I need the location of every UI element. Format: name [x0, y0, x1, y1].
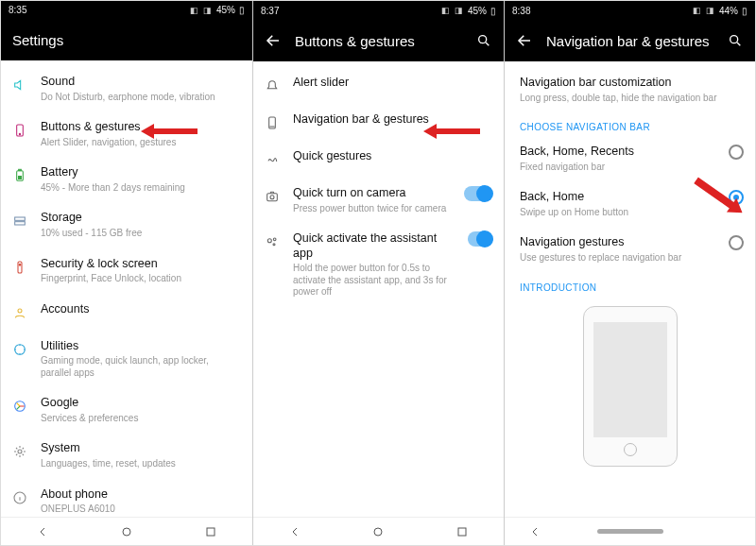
header: Settings: [1, 20, 252, 60]
system-icon: [10, 442, 29, 461]
panel-navbar-gestures: 8:38 ◧ ◨ 44% ▯ Navigation bar & gestures…: [504, 1, 755, 545]
svg-point-21: [270, 196, 274, 199]
row-label: Quick turn on camera: [293, 186, 453, 201]
nav-home-icon[interactable]: [370, 524, 386, 539]
option-label: Back, Home: [520, 190, 708, 205]
nav-back-icon[interactable]: [35, 524, 50, 539]
settings-row-system[interactable]: SystemLanguages, time, reset, updates: [1, 433, 252, 478]
status-time: 8:37: [261, 6, 279, 16]
status-battery: 44%: [719, 6, 738, 16]
gesture-icon: [263, 150, 282, 169]
row-label: Sound: [41, 75, 241, 90]
svg-point-22: [267, 239, 271, 243]
nav-back-icon[interactable]: [287, 524, 302, 539]
row-label: Battery: [41, 165, 241, 180]
camera-icon: [263, 187, 282, 206]
radio[interactable]: [729, 190, 744, 205]
settings-list[interactable]: SoundDo Not Disturb, earphone mode, vibr…: [1, 60, 252, 517]
header: Buttons & gestures: [253, 20, 504, 61]
option-label: Back, Home, Recents: [520, 145, 708, 160]
navbar-gestures-content[interactable]: Navigation bar customization Long press,…: [505, 61, 755, 517]
settings-row-accounts[interactable]: Accounts: [1, 294, 252, 331]
toggle[interactable]: [464, 186, 492, 201]
bg-row-navbar[interactable]: Navigation bar & gestures: [253, 104, 504, 141]
nav-recents-icon[interactable]: [203, 524, 218, 539]
nav-bar: [253, 517, 504, 545]
row-label: Navigation bar & gestures: [293, 112, 492, 128]
status-icons: ◧ ◨: [441, 6, 464, 15]
search-icon[interactable]: [475, 32, 492, 49]
settings-row-storage[interactable]: Storage10% used - 115 GB free: [1, 202, 252, 247]
navbar-icon: [263, 113, 282, 132]
settings-row-about[interactable]: About phoneONEPLUS A6010: [1, 479, 252, 518]
row-label: Accounts: [41, 302, 241, 317]
settings-row-google[interactable]: GoogleServices & preferences: [1, 387, 252, 433]
section-introduction: INTRODUCTION: [505, 273, 755, 297]
bg-row-gesture[interactable]: Quick gestures: [253, 141, 504, 178]
svg-point-9: [18, 309, 22, 313]
row-sub: Long press, double tap, hide the navigat…: [520, 93, 744, 105]
status-bar: 8:38 ◧ ◨ 44% ▯: [505, 1, 755, 20]
back-icon[interactable]: [265, 32, 282, 49]
row-navbar-customization[interactable]: Navigation bar customization Long press,…: [505, 67, 755, 112]
bg-row-alert-slider[interactable]: Alert slider: [253, 67, 504, 104]
row-label: Alert slider: [293, 76, 492, 91]
section-choose-navbar: CHOOSE NAVIGATION BAR: [505, 112, 755, 136]
utilities-icon: [10, 340, 29, 359]
sound-icon: [10, 76, 29, 94]
row-label: About phone: [41, 487, 241, 503]
svg-rect-20: [267, 194, 278, 201]
page-title: Navigation bar & gestures: [546, 33, 713, 49]
nav-recents-icon[interactable]: [455, 524, 470, 539]
battery-icon: ▯: [490, 6, 496, 16]
battery-icon: ▯: [239, 5, 245, 15]
toggle[interactable]: [468, 231, 492, 247]
search-icon[interactable]: [727, 32, 744, 49]
nav-option-1[interactable]: Back, HomeSwipe up on Home button: [505, 181, 755, 227]
nav-home-icon[interactable]: [119, 524, 134, 539]
settings-row-battery[interactable]: Battery45% - More than 2 days remaining: [1, 157, 252, 202]
row-sub: Press power button twice for camera: [293, 203, 453, 215]
battery-icon: ▯: [742, 6, 747, 16]
alert-slider-icon: [263, 77, 282, 95]
header: Navigation bar & gestures: [505, 20, 755, 61]
security-icon: [10, 258, 29, 277]
nav-bar: [1, 517, 252, 545]
svg-point-8: [19, 264, 21, 265]
row-sub: ONEPLUS A6010: [41, 503, 241, 516]
back-icon[interactable]: [516, 32, 533, 49]
nav-back-icon[interactable]: [527, 524, 542, 539]
option-sub: Fixed navigation bar: [520, 162, 708, 174]
accounts-icon: [10, 303, 29, 322]
row-sub: Languages, time, reset, updates: [41, 458, 241, 470]
svg-point-1: [19, 134, 20, 135]
radio[interactable]: [729, 145, 744, 160]
svg-point-24: [273, 244, 275, 246]
buttons-icon: [10, 121, 29, 140]
row-sub: Alert Slider, navigation, gestures: [41, 137, 241, 149]
phone-illustration: [583, 306, 678, 467]
nav-option-0[interactable]: Back, Home, RecentsFixed navigation bar: [505, 136, 755, 181]
home-pill[interactable]: [597, 529, 663, 534]
page-title: Buttons & gestures: [295, 33, 462, 49]
svg-point-14: [123, 528, 130, 536]
settings-row-sound[interactable]: SoundDo Not Disturb, earphone mode, vibr…: [1, 66, 252, 111]
row-label: Quick gestures: [293, 149, 492, 164]
svg-rect-7: [18, 262, 22, 273]
settings-row-security[interactable]: Security & lock screenFingerprint, Face …: [1, 248, 252, 294]
assistant-icon: [263, 232, 282, 251]
status-battery: 45%: [216, 5, 235, 15]
status-battery: 45%: [468, 6, 487, 16]
radio[interactable]: [729, 235, 744, 250]
nav-option-2[interactable]: Navigation gesturesUse gestures to repla…: [505, 227, 755, 272]
buttons-gestures-list[interactable]: Alert sliderNavigation bar & gesturesQui…: [253, 61, 504, 517]
nav-bar-pill: [505, 517, 755, 545]
settings-row-utilities[interactable]: UtilitiesGaming mode, quick launch, app …: [1, 331, 252, 388]
settings-row-buttons[interactable]: Buttons & gesturesAlert Slider, navigati…: [1, 111, 252, 157]
bg-row-camera[interactable]: Quick turn on cameraPress power button t…: [253, 178, 504, 223]
bg-row-assistant[interactable]: Quick activate the assistant appHold the…: [253, 223, 504, 307]
option-sub: Swipe up on Home button: [520, 207, 708, 219]
row-label: Navigation bar customization: [520, 76, 744, 91]
status-icons: ◧ ◨: [693, 6, 715, 15]
storage-icon: [10, 212, 29, 230]
